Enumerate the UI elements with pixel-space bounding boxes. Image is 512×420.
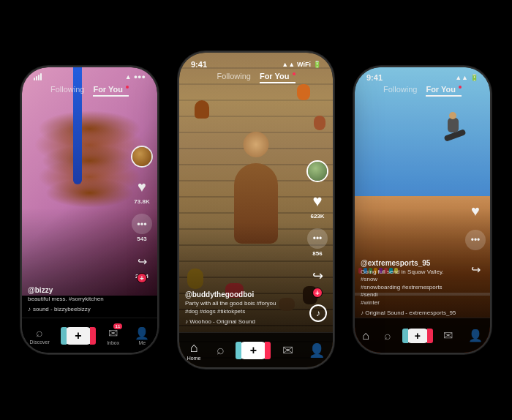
username-right: @extremesports_95: [361, 259, 461, 267]
avatar-container-center: +: [306, 160, 328, 182]
like-action-center[interactable]: ♥ 623K: [307, 191, 328, 220]
nav-me-left[interactable]: 👤 Me: [135, 326, 149, 345]
inbox-badge-left: 11: [113, 323, 123, 329]
live-dot-left: [126, 86, 129, 89]
username-left: @bizzy: [28, 286, 128, 294]
right-actions-right: ♥ ••• ↪: [465, 200, 486, 280]
comment-count-left: 543: [137, 236, 146, 242]
nav-search-center[interactable]: ⌕: [217, 342, 225, 358]
nav-tabs-left: Following For You: [22, 85, 157, 97]
time-right: 9:41: [366, 73, 383, 82]
following-tab-left[interactable]: Following: [50, 85, 84, 97]
bottom-nav-right: ⌂ ⌕ + ✉ 👤: [355, 318, 490, 353]
heart-icon-right: ♥: [465, 200, 486, 221]
following-tab-right[interactable]: Following: [383, 85, 417, 97]
heart-icon-center: ♥: [307, 191, 328, 211]
add-button-right[interactable]: +: [407, 329, 429, 343]
nav-add-center[interactable]: +: [240, 342, 266, 359]
like-action-right[interactable]: ♥: [465, 200, 486, 221]
sound-center: ♪ Woohoo - Original Sound: [185, 318, 304, 325]
share-icon-center: ↪: [307, 266, 328, 286]
nav-search-right[interactable]: ⌕: [384, 329, 391, 342]
like-count-left: 73.8K: [134, 198, 149, 205]
avatar-left[interactable]: [131, 146, 153, 168]
status-icons-right: ▲ ●●●: [125, 73, 146, 80]
status-icons-center: ▲▲ WiFi 🔋: [282, 61, 321, 68]
live-dot-center: [293, 72, 295, 75]
status-icons-right-phone: ▲▲ 🔋: [455, 74, 478, 81]
phones-container: ▲ ●●● Following For You: [0, 0, 512, 420]
status-bar-center: 9:41 ▲▲ WiFi 🔋: [179, 60, 333, 69]
sound-right: ♪ Original Sound - extremesports_95: [361, 310, 461, 316]
comment-action-right[interactable]: •••: [465, 230, 486, 250]
for-you-tab-left[interactable]: For You: [93, 85, 129, 97]
following-tab-center[interactable]: Following: [217, 72, 250, 83]
phone-right-screen: 9:41 ▲▲ 🔋 Following For You: [355, 67, 490, 353]
tiktok-logo-center: ♪: [309, 304, 327, 322]
avatar-container-left: +: [131, 146, 153, 168]
right-actions-center: + ♥ 623K ••• 856 ↪ 43: [306, 160, 328, 294]
nav-discover-left[interactable]: ⌕ Discover: [30, 326, 50, 345]
bottom-nav-center: ⌂ Home ⌕ + ✉ 👤: [179, 332, 333, 367]
live-dot-right: [459, 86, 462, 89]
like-count-center: 623K: [310, 213, 324, 220]
phone-left: ▲ ●●● Following For You: [22, 67, 157, 353]
like-action-left[interactable]: ♥ 73.8K: [132, 176, 152, 205]
username-center: @buddythegoodboi: [185, 290, 304, 299]
nav-inbox-left[interactable]: ✉ Inbox 11: [107, 326, 119, 345]
comment-icon-left: •••: [132, 214, 152, 234]
comment-count-center: 856: [312, 250, 322, 257]
phone-center: 9:41 ▲▲ WiFi 🔋 Following For You: [179, 53, 333, 367]
nav-tabs-right: Following For You: [355, 85, 490, 97]
caption-right: Going full send in Squaw Valley. #snow #…: [361, 269, 461, 307]
comment-action-left[interactable]: ••• 543: [132, 214, 152, 242]
nav-me-center[interactable]: 👤: [309, 342, 325, 359]
avatar-center[interactable]: [306, 160, 328, 182]
phones-wrapper: ▲ ●●● Following For You: [15, 53, 497, 367]
nav-messages-center[interactable]: ✉: [282, 342, 293, 359]
nav-add-right[interactable]: +: [407, 329, 429, 343]
nav-home-right[interactable]: ⌂: [362, 329, 369, 342]
status-bar-left: ▲ ●●●: [22, 73, 157, 80]
bottom-info-left: @bizzy beautiful mess. #sorrykitchen ♪ s…: [28, 286, 128, 312]
nav-messages-right[interactable]: ✉: [443, 329, 453, 342]
sound-left: ♪ sound - bizzybeebizzy: [28, 306, 128, 312]
right-actions-left: + ♥ 73.8K ••• 543 ↪ 2734: [131, 146, 153, 280]
heart-icon-left: ♥: [132, 176, 152, 197]
nav-home-center[interactable]: ⌂ Home: [187, 340, 201, 361]
phone-right: 9:41 ▲▲ 🔋 Following For You: [355, 67, 490, 353]
nav-tabs-center: Following For You: [179, 72, 333, 83]
nav-me-right[interactable]: 👤: [468, 329, 483, 342]
share-icon-left: ↪: [132, 251, 152, 271]
phone-center-screen: 9:41 ▲▲ WiFi 🔋 Following For You: [179, 53, 333, 367]
share-action-right[interactable]: ↪: [465, 259, 486, 280]
signal-status: [34, 73, 42, 80]
follow-plus-center[interactable]: +: [312, 288, 323, 298]
for-you-tab-center[interactable]: For You: [260, 72, 295, 83]
comment-action-center[interactable]: ••• 856: [307, 228, 328, 257]
status-bar-right: 9:41 ▲▲ 🔋: [355, 73, 490, 82]
caption-center: Party with all the good bois #foryou #do…: [185, 300, 304, 315]
bottom-info-right: @extremesports_95 Going full send in Squ…: [361, 259, 461, 316]
comment-icon-right: •••: [465, 230, 486, 250]
phone-left-screen: ▲ ●●● Following For You: [22, 67, 157, 353]
for-you-tab-right[interactable]: For You: [426, 85, 462, 97]
time-center: 9:41: [191, 60, 207, 69]
comment-icon-center: •••: [307, 228, 328, 249]
caption-left: beautiful mess. #sorrykitchen: [28, 296, 128, 303]
bottom-info-center: @buddythegoodboi Party with all the good…: [185, 290, 304, 325]
add-button-left[interactable]: +: [65, 327, 91, 345]
bottom-nav-left: ⌕ Discover + ✉ Inbox 11 👤 Me: [22, 318, 157, 353]
follow-plus-left[interactable]: +: [137, 273, 147, 283]
add-button-center[interactable]: +: [240, 342, 266, 359]
nav-add-left[interactable]: +: [65, 327, 91, 345]
signal-bars: [34, 73, 42, 80]
share-icon-right: ↪: [465, 259, 486, 280]
